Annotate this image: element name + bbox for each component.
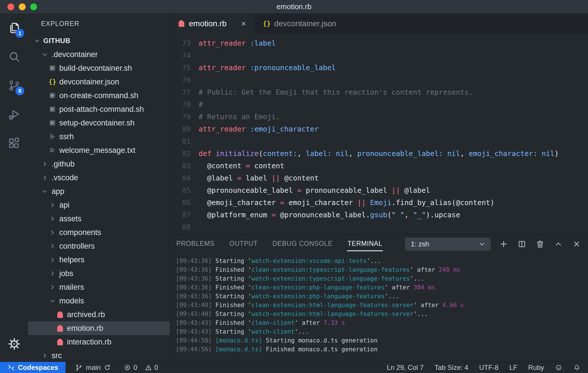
- tree-item-interaction-rb[interactable]: interaction.rb: [28, 335, 170, 349]
- panel-tab-debug-console[interactable]: DEBUG CONSOLE: [272, 237, 333, 251]
- tree-item-label: setup-devcontainer.sh: [59, 119, 134, 127]
- close-panel-button[interactable]: [572, 240, 581, 249]
- zoom-button[interactable]: [30, 3, 37, 10]
- warning-count: 0: [154, 364, 158, 372]
- code-text: attr_reader :emoji_character: [191, 123, 318, 135]
- tree-item-setup-devcontainer-sh[interactable]: setup-devcontainer.sh: [28, 116, 170, 130]
- terminal-select[interactable]: 1: zsh: [405, 238, 491, 251]
- terminal-output[interactable]: [09:43:36] Starting 'watch-extension:vsc…: [170, 254, 588, 362]
- terminal-line: [09:43:36] Starting 'watch-extension:php…: [176, 292, 588, 301]
- ruby-icon: [56, 338, 64, 346]
- ruby-icon: [178, 20, 185, 27]
- tree-item-label: src: [52, 351, 62, 360]
- chevron-right-icon: [49, 215, 56, 222]
- new-terminal-button[interactable]: [499, 240, 508, 249]
- codespaces-status[interactable]: Codespaces: [0, 362, 66, 373]
- terminal-line: [09:43:40] Finished 'clean-extension:htm…: [176, 301, 588, 310]
- tree-item-helpers[interactable]: helpers: [28, 253, 170, 267]
- tree-item-ssrh[interactable]: ssrh: [28, 130, 170, 143]
- panel-tab-output[interactable]: OUTPUT: [229, 237, 258, 251]
- tree-item-api[interactable]: api: [28, 198, 170, 212]
- textlines-icon: [49, 147, 56, 154]
- tree-item-welcome-message-txt[interactable]: welcome_message.txt: [28, 143, 170, 157]
- close-icon[interactable]: [240, 20, 247, 27]
- shell-icon: [49, 106, 56, 113]
- line-number: 88: [170, 221, 191, 233]
- tree-item-on-create-command-sh[interactable]: on-create-command.sh: [28, 89, 170, 102]
- line-number: 74: [170, 49, 191, 62]
- tree-item-src[interactable]: src: [28, 349, 170, 362]
- panel-tab-problems[interactable]: PROBLEMS: [176, 237, 215, 251]
- tab-emotion-rb[interactable]: emotion.rb: [170, 13, 255, 34]
- minimize-button[interactable]: [19, 3, 26, 10]
- chevron-right-icon: [49, 242, 56, 250]
- tree-item-archived-rb[interactable]: archived.rb: [28, 308, 170, 321]
- encoding-status[interactable]: UTF-8: [479, 364, 499, 372]
- tree-item-models[interactable]: models: [28, 294, 170, 308]
- tree-item-devcontainer-json[interactable]: {}devcontainer.json: [28, 75, 170, 89]
- activitybar-run-debug[interactable]: [0, 100, 28, 129]
- close-button[interactable]: [7, 3, 14, 10]
- bottom-panel: PROBLEMSOUTPUTDEBUG CONSOLETERMINAL 1: z…: [170, 234, 588, 362]
- kill-terminal-button[interactable]: [536, 240, 545, 249]
- code-text: @platform_enum = @pronounceable_label.gs…: [191, 209, 460, 221]
- cursor-position-status[interactable]: Ln 29, Col 7: [387, 364, 424, 372]
- tab-label: emotion.rb: [189, 19, 226, 28]
- eol-status[interactable]: LF: [509, 364, 517, 372]
- activitybar-extensions[interactable]: [0, 129, 28, 157]
- panel-tab-terminal[interactable]: TERMINAL: [347, 237, 383, 251]
- shell-icon: [49, 64, 56, 72]
- activitybar-search[interactable]: [0, 42, 28, 71]
- tree-item-app[interactable]: app: [28, 185, 170, 198]
- git-branch-status[interactable]: main: [75, 364, 111, 372]
- tree-item-mailers[interactable]: mailers: [28, 280, 170, 294]
- terminal-line: [09:43:40] Starting 'watch-extension:htm…: [176, 310, 588, 319]
- chevron-down-icon: [478, 240, 486, 248]
- feedback-status[interactable]: [555, 364, 562, 371]
- panel-tabs: PROBLEMSOUTPUTDEBUG CONSOLETERMINAL: [176, 237, 383, 251]
- tree-item-label: post-attach-command.sh: [59, 105, 144, 114]
- activitybar-settings[interactable]: [0, 333, 28, 355]
- file-tree[interactable]: GITHUB.devcontainerbuild-devcontainer.sh…: [28, 34, 170, 362]
- tree-item-jobs[interactable]: jobs: [28, 267, 170, 280]
- tree-item-components[interactable]: components: [28, 226, 170, 239]
- problems-status[interactable]: 0 0: [124, 364, 158, 372]
- tree-item-github[interactable]: .github: [28, 157, 170, 171]
- code-line-74: 74: [170, 49, 588, 62]
- maximize-panel-button[interactable]: [554, 240, 563, 249]
- tree-item-github[interactable]: GITHUB: [28, 34, 170, 48]
- code-text: attr_reader :pronounceable_label: [191, 62, 336, 74]
- tree-item-label: devcontainer.json: [59, 78, 119, 86]
- notifications-status[interactable]: [573, 364, 581, 371]
- line-number: 81: [170, 135, 191, 147]
- status-bar: Codespaces main 0 0 Ln 29, Col 7Tab Size…: [0, 362, 588, 373]
- line-number: 86: [170, 196, 191, 209]
- tab-devcontainer-json[interactable]: {}devcontainer.json: [255, 13, 344, 34]
- tree-item-label: models: [59, 297, 84, 305]
- tree-item-label: welcome_message.txt: [59, 146, 135, 155]
- split-terminal-button[interactable]: [517, 240, 526, 249]
- tab-size-status[interactable]: Tab Size: 4: [434, 364, 468, 372]
- activitybar-explorer[interactable]: 1: [0, 13, 28, 42]
- line-number: 77: [170, 86, 191, 98]
- tree-item-post-attach-command-sh[interactable]: post-attach-command.sh: [28, 102, 170, 116]
- eol-label: LF: [509, 364, 517, 372]
- tree-item-vscode[interactable]: .vscode: [28, 171, 170, 185]
- trash-icon: [536, 240, 545, 249]
- tree-item-devcontainer[interactable]: .devcontainer: [28, 48, 170, 61]
- tree-item-assets[interactable]: assets: [28, 212, 170, 226]
- code-text: [191, 74, 199, 86]
- search-icon: [8, 50, 21, 63]
- tree-item-controllers[interactable]: controllers: [28, 239, 170, 253]
- language-mode-status[interactable]: Ruby: [528, 364, 544, 372]
- tab-label: devcontainer.json: [274, 19, 336, 28]
- tree-item-emotion-rb[interactable]: emotion.rb: [28, 321, 170, 335]
- tree-item-label: .vscode: [52, 173, 78, 182]
- encoding-label: UTF-8: [479, 364, 499, 372]
- code-text: # Returns an Emoji.: [191, 111, 280, 123]
- code-line-83: 83 @content = content: [170, 160, 588, 172]
- code-editor[interactable]: 73attr_reader :label7475attr_reader :pro…: [170, 34, 588, 234]
- tree-item-build-devcontainer-sh[interactable]: build-devcontainer.sh: [28, 61, 170, 75]
- workbench: 18 EXPLORER GITHUB.devcontainerbuild-dev…: [0, 13, 588, 362]
- activitybar-source-control[interactable]: 8: [0, 71, 28, 100]
